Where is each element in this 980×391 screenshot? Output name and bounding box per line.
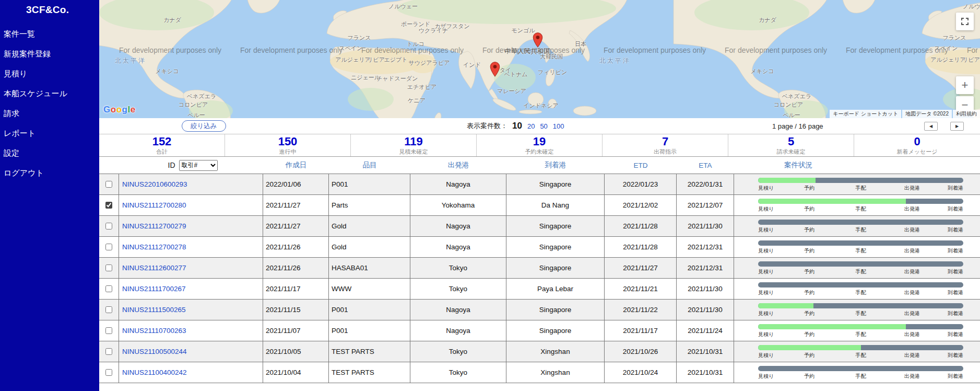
cell-arrival-port: Paya Lebar [506, 279, 605, 300]
case-id-link[interactable]: NINUS21112600277 [122, 264, 186, 272]
id-header-label: ID [168, 161, 175, 169]
col-header-destination: 到着港 [506, 157, 605, 174]
app-root: 3CF&Co. 案件一覧新規案件登録見積り本船スケジュール請求レポート設定ログア… [0, 0, 980, 391]
progress-bar [758, 303, 963, 308]
col-header-origin: 出発港 [410, 157, 506, 174]
sidebar-item-billing[interactable]: 請求 [0, 104, 99, 123]
case-id-link[interactable]: NINUS21112700280 [122, 201, 186, 209]
sidebar: 3CF&Co. 案件一覧新規案件登録見積り本船スケジュール請求レポート設定ログア… [0, 0, 99, 391]
stat-label: 進行中 [225, 148, 350, 156]
row-checkbox[interactable] [105, 223, 112, 229]
cell-created: 2021/11/17 [263, 279, 329, 300]
row-checkbox[interactable] [105, 327, 112, 334]
cell-status: 見積り予約手配出発港到着港 [734, 279, 980, 300]
cell-id: NINUS21112600277 [119, 258, 263, 279]
map-land-art [99, 0, 980, 118]
count-option-10[interactable]: 10 [512, 121, 522, 131]
progress-stage-labels: 見積り予約手配出発港到着港 [758, 226, 963, 233]
cell-etd: 2021/11/22 [605, 300, 677, 320]
case-id-link[interactable]: NINUS21111700267 [122, 285, 186, 293]
progress-stage-label: 見積り [758, 373, 774, 380]
row-checkbox[interactable] [105, 264, 112, 271]
col-header-etd: ETD [605, 157, 677, 174]
cell-created: 2021/11/27 [263, 195, 329, 216]
progress-stage-labels: 見積り予約手配出発港到着港 [758, 268, 963, 274]
fullscreen-button[interactable] [956, 13, 974, 30]
stat-value: 19 [477, 135, 602, 148]
cell-status: 見積り予約手配出発港到着港 [734, 362, 980, 383]
case-id-link[interactable]: NINUS21112700278 [122, 243, 186, 251]
table-row: NINUS211126002772021/11/26HASABA01TokyoS… [99, 258, 980, 279]
table-body: NINUS220106002932022/01/06P001NagoyaSing… [99, 174, 980, 383]
progress-stage-label: 到着港 [948, 373, 963, 380]
count-option-50[interactable]: 50 [540, 122, 547, 130]
row-checkbox[interactable] [105, 244, 112, 250]
stat-in-progress: 150進行中 [225, 134, 351, 156]
col-header-checkbox [99, 157, 119, 174]
zoom-in-button[interactable]: + [956, 76, 974, 94]
row-checkbox[interactable] [105, 348, 112, 355]
progress-fill [758, 303, 813, 308]
sidebar-item-settings[interactable]: 設定 [0, 143, 99, 163]
case-id-link[interactable]: NINUS21110700263 [122, 327, 186, 335]
progress-stage-label: 手配 [856, 373, 866, 380]
map-data-credit: 地図データ ©2022 [902, 110, 952, 118]
cell-origin-port: Tokyo [410, 258, 506, 279]
sidebar-item-report[interactable]: レポート [0, 123, 99, 143]
progress-stage-label: 出発港 [904, 373, 920, 380]
case-id-link[interactable]: NINUS21111500265 [122, 306, 186, 314]
progress-stage-label: 予約 [804, 205, 814, 213]
sidebar-item-new-case[interactable]: 新規案件登録 [0, 44, 99, 64]
cell-checkbox [99, 237, 119, 258]
stat-value: 152 [99, 135, 225, 148]
case-id-link[interactable]: NINUS21112700279 [122, 222, 186, 230]
sidebar-item-case-list[interactable]: 案件一覧 [0, 24, 99, 44]
filter-button[interactable]: 絞り込み [182, 120, 226, 132]
progress-stage-label: 予約 [804, 310, 814, 317]
cell-origin-port: Nagoya [410, 174, 506, 195]
table-row: NINUS211127002792021/11/27GoldNagoyaSing… [99, 216, 980, 237]
map-terms-link[interactable]: 利用規約 [953, 110, 980, 118]
fullscreen-icon [961, 17, 969, 26]
row-checkbox[interactable] [105, 181, 112, 188]
table-header: ID 取引# 作成日品目出発港到着港ETDETA案件状況 [99, 157, 980, 174]
cell-status: 見積り予約手配出発港到着港 [734, 216, 980, 237]
case-id-link[interactable]: NINUS22010600293 [122, 180, 187, 188]
progress-bar [758, 366, 963, 371]
sidebar-item-vessel-schedule[interactable]: 本船スケジュール [0, 84, 99, 104]
map-pin[interactable] [533, 32, 543, 50]
cell-arrival-port: Da Nang [506, 195, 605, 216]
page-indicator: 1 page / 16 page [772, 118, 823, 134]
row-checkbox[interactable] [105, 202, 112, 209]
prev-page-button[interactable]: ◀ [924, 122, 938, 131]
sidebar-item-logout[interactable]: ログアウト [0, 163, 99, 183]
case-id-link[interactable]: NINUS21100400242 [122, 369, 187, 376]
progress-stage-labels: 見積り予約手配出発港到着港 [758, 205, 963, 212]
map-pin[interactable] [490, 62, 500, 79]
cell-etd: 2022/01/23 [605, 174, 677, 195]
cell-created: 2021/11/15 [263, 300, 329, 320]
cell-item: Parts [329, 195, 410, 216]
cell-item: P001 [329, 300, 410, 320]
case-id-link[interactable]: NINUS21100500244 [122, 348, 187, 355]
cell-id: NINUS21110700263 [119, 320, 263, 341]
cell-created: 2021/10/04 [263, 362, 329, 383]
stat-label: 請求未確定 [728, 148, 854, 156]
count-option-20[interactable]: 20 [527, 122, 535, 130]
map-canvas[interactable]: 北太平洋カナダメキシコベネズエラコロンビアペルーノルウェーポーランドウクライナフ… [99, 0, 980, 118]
id-filter-select[interactable]: 取引# [179, 160, 218, 171]
map-shortcuts-link[interactable]: キーボード ショートカット [830, 110, 901, 118]
progress-stage-label: 見積り [758, 352, 774, 359]
count-option-100[interactable]: 100 [553, 122, 564, 130]
row-checkbox[interactable] [105, 285, 112, 292]
app-logo: 3CF&Co. [0, 0, 99, 16]
sidebar-item-quote[interactable]: 見積り [0, 64, 99, 84]
row-checkbox[interactable] [105, 306, 112, 313]
progress-fill [758, 345, 861, 350]
progress-stage-label: 予約 [804, 185, 814, 192]
cell-arrival-port: Singapore [506, 258, 605, 279]
stat-quote-unconfirmed: 119見積未確定 [351, 134, 477, 156]
row-checkbox[interactable] [105, 369, 112, 376]
cell-id: NINUS21112700280 [119, 195, 263, 216]
next-page-button[interactable]: ▶ [950, 122, 964, 131]
